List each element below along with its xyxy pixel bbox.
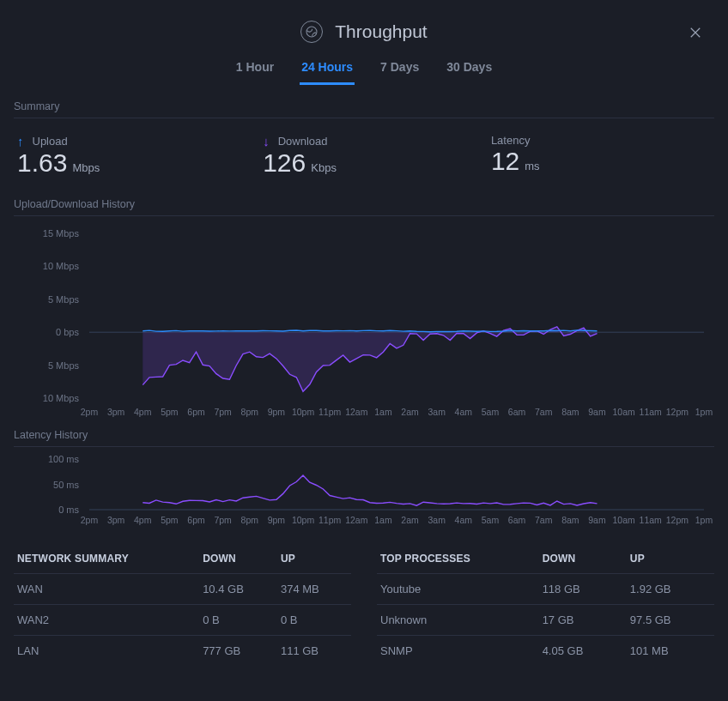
tab-30-days[interactable]: 30 Days	[445, 57, 494, 85]
row-name: Youtube	[377, 574, 539, 605]
throughput-chart: 0 bps5 Mbps10 Mbps15 Mbps5 Mbps10 Mbps2p…	[14, 216, 714, 422]
svg-text:6pm: 6pm	[187, 515, 205, 525]
summary-metrics: ↑ Upload 1.63 Mbps ↓ Download 126 Kbps L…	[14, 118, 714, 191]
svg-text:10pm: 10pm	[292, 515, 315, 525]
metric-latency-value: 12	[491, 147, 519, 176]
svg-text:11pm: 11pm	[318, 515, 342, 525]
svg-text:3am: 3am	[428, 407, 446, 417]
table-row[interactable]: SNMP4.05 GB101 MB	[377, 636, 714, 667]
svg-text:8am: 8am	[561, 407, 579, 417]
arrow-down-icon: ↓	[263, 134, 270, 148]
svg-text:6pm: 6pm	[187, 407, 205, 417]
svg-text:1pm: 1pm	[695, 407, 713, 417]
svg-text:1am: 1am	[374, 515, 392, 525]
network-summary-title: NETWORK SUMMARY	[14, 547, 199, 574]
tab-24-hours[interactable]: 24 Hours	[300, 57, 355, 85]
col-up: UP	[627, 547, 714, 574]
svg-text:2pm: 2pm	[81, 515, 99, 525]
close-button[interactable]	[683, 21, 707, 45]
row-name: SNMP	[377, 636, 539, 667]
section-latency: Latency History	[14, 429, 714, 447]
svg-text:8am: 8am	[561, 515, 579, 525]
metric-download-unit: Kbps	[311, 161, 337, 174]
row-down: 118 GB	[539, 574, 627, 605]
svg-text:6am: 6am	[508, 515, 526, 525]
page-title: Throughput	[300, 21, 427, 43]
row-up: 374 MB	[277, 574, 351, 605]
row-name: Unknown	[377, 605, 539, 636]
svg-text:2pm: 2pm	[81, 407, 99, 417]
top-processes-table: TOP PROCESSES DOWN UP Youtube118 GB1.92 …	[377, 547, 714, 666]
svg-text:9pm: 9pm	[268, 515, 286, 525]
svg-text:10 Mbps: 10 Mbps	[43, 261, 80, 271]
svg-text:7am: 7am	[535, 407, 553, 417]
svg-text:3am: 3am	[428, 515, 446, 525]
metric-upload-unit: Mbps	[72, 161, 100, 174]
col-down: DOWN	[199, 547, 277, 574]
svg-text:100 ms: 100 ms	[48, 454, 80, 464]
metric-latency-label: Latency	[491, 134, 531, 147]
svg-text:4am: 4am	[455, 407, 473, 417]
table-row[interactable]: Unknown17 GB97.5 GB	[377, 605, 714, 636]
svg-text:6am: 6am	[508, 407, 526, 417]
svg-text:0 ms: 0 ms	[58, 505, 79, 515]
svg-text:10 Mbps: 10 Mbps	[43, 393, 80, 403]
svg-text:7am: 7am	[535, 515, 553, 525]
svg-text:5pm: 5pm	[161, 515, 179, 525]
globe-icon	[300, 21, 323, 43]
network-summary-table: NETWORK SUMMARY DOWN UP WAN10.4 GB374 MB…	[14, 547, 351, 666]
row-up: 111 GB	[277, 636, 351, 667]
tab-1-hour[interactable]: 1 Hour	[234, 57, 276, 85]
row-down: 777 GB	[199, 636, 277, 667]
tables-row: NETWORK SUMMARY DOWN UP WAN10.4 GB374 MB…	[14, 529, 714, 666]
table-row[interactable]: LAN777 GB111 GB	[14, 636, 351, 667]
row-name: WAN	[14, 574, 199, 605]
svg-text:7pm: 7pm	[214, 515, 232, 525]
metric-download-label: Download	[278, 135, 328, 148]
svg-text:4pm: 4pm	[134, 407, 152, 417]
svg-text:5pm: 5pm	[161, 407, 179, 417]
metric-latency-unit: ms	[525, 160, 539, 172]
section-summary: Summary	[14, 100, 714, 118]
svg-text:5am: 5am	[482, 407, 500, 417]
time-range-tabs: 1 Hour 24 Hours 7 Days 30 Days	[14, 57, 714, 94]
metric-upload: ↑ Upload 1.63 Mbps	[17, 134, 100, 178]
svg-text:15 Mbps: 15 Mbps	[43, 228, 80, 239]
svg-text:12am: 12am	[345, 515, 368, 525]
col-down: DOWN	[539, 547, 627, 574]
svg-text:4am: 4am	[455, 515, 473, 525]
metric-latency: Latency 12 ms	[491, 134, 540, 178]
col-up: UP	[277, 547, 351, 574]
svg-text:12pm: 12pm	[666, 407, 689, 417]
metric-upload-value: 1.63	[17, 148, 67, 178]
row-up: 97.5 GB	[627, 605, 714, 636]
svg-text:2am: 2am	[401, 407, 419, 417]
table-row[interactable]: Youtube118 GB1.92 GB	[377, 574, 714, 605]
svg-text:10am: 10am	[612, 407, 635, 417]
row-up: 0 B	[277, 605, 351, 636]
row-name: LAN	[14, 636, 199, 667]
svg-text:3pm: 3pm	[107, 515, 125, 525]
svg-text:3pm: 3pm	[107, 407, 125, 417]
row-up: 1.92 GB	[627, 574, 714, 605]
metric-download: ↓ Download 126 Kbps	[263, 134, 337, 178]
page-title-text: Throughput	[335, 21, 427, 42]
row-down: 0 B	[199, 605, 277, 636]
row-up: 101 MB	[627, 636, 714, 667]
svg-text:4pm: 4pm	[134, 515, 152, 525]
row-down: 10.4 GB	[199, 574, 277, 605]
svg-text:12am: 12am	[345, 407, 368, 417]
svg-text:9am: 9am	[588, 515, 606, 525]
svg-text:1pm: 1pm	[695, 515, 713, 525]
svg-text:10am: 10am	[612, 515, 635, 525]
latency-chart: 0 ms50 ms100 ms2pm3pm4pm5pm6pm7pm8pm9pm1…	[14, 447, 714, 529]
table-row[interactable]: WAN20 B0 B	[14, 605, 351, 636]
svg-text:11am: 11am	[640, 515, 663, 525]
svg-text:9am: 9am	[588, 407, 606, 417]
svg-text:0 bps: 0 bps	[56, 327, 79, 337]
tab-7-days[interactable]: 7 Days	[379, 57, 421, 85]
top-processes-title: TOP PROCESSES	[377, 547, 539, 574]
table-row[interactable]: WAN10.4 GB374 MB	[14, 574, 351, 605]
close-icon	[688, 25, 703, 40]
arrow-up-icon: ↑	[17, 134, 24, 148]
